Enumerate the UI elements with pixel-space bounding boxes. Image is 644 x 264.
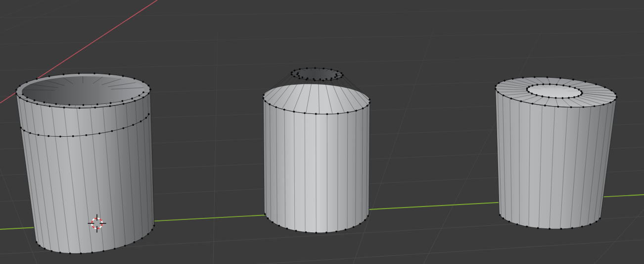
scene-objects[interactable] <box>15 67 618 255</box>
viewport-canvas[interactable] <box>0 0 644 264</box>
mesh-cylinder-hole-top[interactable] <box>495 76 618 230</box>
mesh-body <box>263 97 370 233</box>
mesh-cylinder-open-top[interactable] <box>15 72 155 254</box>
mesh-cylinder-cone-top[interactable] <box>263 67 371 234</box>
blender-3d-viewport[interactable] <box>0 0 644 264</box>
mesh-body <box>495 87 616 229</box>
